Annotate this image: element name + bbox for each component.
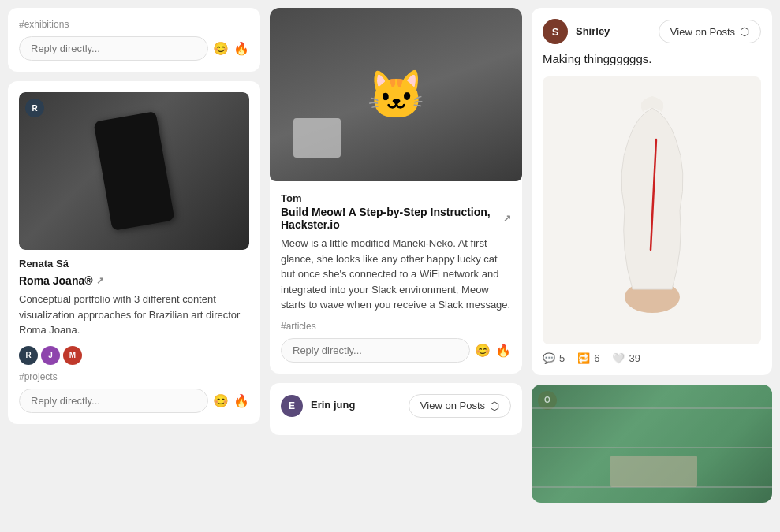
shirley-view-on-posts-label: View on Posts (670, 26, 735, 38)
shirley-avatar: S (543, 19, 568, 44)
shirley-username: Shirley (576, 25, 610, 37)
renata-tag: #projects (19, 371, 249, 382)
renata-post-body: Conceptual portfolio with 3 different co… (19, 292, 249, 338)
renata-reply-input[interactable] (19, 389, 208, 413)
tom-reply-input[interactable] (281, 338, 470, 363)
tom-post-title: Build Meow! A Step-by-Step Instruction, … (281, 206, 511, 231)
erin-username: Erin jung (311, 399, 355, 411)
reposts-stat: 🔁 6 (577, 352, 599, 364)
renata-title-arrow: ↗ (96, 275, 104, 286)
tom-title-arrow: ↗ (503, 213, 511, 224)
renata-username: Renata Sá (19, 258, 69, 270)
shirley-post-body: Making thinggggggs. (543, 50, 761, 69)
exhibitions-tag: #exhibitions (19, 19, 249, 30)
fence-svg (532, 385, 772, 503)
like-icon: 🤍 (612, 352, 625, 364)
exhibitions-reply-input[interactable] (19, 36, 208, 61)
svg-rect-6 (610, 456, 697, 487)
renata-emoji-button[interactable]: 😊 (213, 393, 229, 408)
erin-card-header: E Erin jung View on Posts ⬡ (281, 394, 511, 418)
renata-user-row: Renata Sá (19, 258, 249, 271)
phone-image-placeholder: R (19, 92, 249, 250)
cat-image-placeholder: 🐱 (270, 8, 522, 181)
tom-tag: #articles (281, 321, 511, 332)
renata-avatar-row: R J M (19, 346, 249, 365)
shirley-card-header: S Shirley View on Posts ⬡ (543, 19, 761, 44)
tom-username: Tom (281, 192, 511, 204)
avatar-3: M (63, 346, 82, 365)
renata-reply-bar: 😊 🔥 (19, 389, 249, 413)
comments-stat: 💬 5 (543, 352, 565, 364)
shirley-card: S Shirley View on Posts ⬡ Making thinggg… (532, 8, 772, 375)
comments-count: 5 (559, 352, 565, 364)
repost-icon: 🔁 (577, 352, 590, 364)
erin-view-on-posts-button[interactable]: View on Posts ⬡ (409, 394, 511, 418)
vase-image (543, 76, 761, 344)
erin-view-on-posts-label: View on Posts (420, 400, 485, 411)
vase-svg (581, 92, 723, 329)
tom-emoji-button[interactable]: 😊 (475, 343, 491, 358)
shirley-view-on-posts-button[interactable]: View on Posts ⬡ (659, 20, 761, 43)
exhibitions-card: #exhibitions 😊 🔥 (8, 8, 260, 72)
reposts-count: 6 (594, 352, 599, 364)
likes-count: 39 (629, 352, 640, 364)
renata-avatar-top: R (25, 99, 44, 117)
outdoor-card: O (532, 385, 772, 503)
cat-emoji: 🐱 (367, 67, 426, 123)
renata-card-image: R (19, 92, 249, 250)
comment-icon: 💬 (543, 352, 555, 364)
avatar-1: R (19, 346, 38, 365)
exhibitions-fire-button[interactable]: 🔥 (233, 41, 249, 56)
avatar-2: J (41, 346, 60, 365)
tom-card: 🐱 Tom Build Meow! A Step-by-Step Instruc… (270, 8, 522, 374)
shirley-stats-row: 💬 5 🔁 6 🤍 39 (543, 352, 761, 364)
tom-reply-bar: 😊 🔥 (281, 338, 511, 363)
likes-stat: 🤍 39 (612, 352, 640, 364)
left-column: #exhibitions 😊 🔥 R Renata Sá Roma Joana®… (8, 8, 260, 524)
tom-card-content: Tom Build Meow! A Step-by-Step Instructi… (270, 181, 522, 374)
outdoor-image-placeholder: O (532, 385, 772, 503)
tom-post-body: Meow is a little modified Maneki-Neko. A… (281, 236, 511, 313)
renata-fire-button[interactable]: 🔥 (233, 393, 249, 408)
erin-avatar: E (281, 395, 303, 417)
renata-post-title: Roma Joana® ↗ (19, 274, 249, 287)
center-column: 🐱 Tom Build Meow! A Step-by-Step Instruc… (270, 8, 522, 524)
renata-card: R Renata Sá Roma Joana® ↗ Conceptual por… (8, 81, 260, 424)
tom-fire-button[interactable]: 🔥 (495, 343, 511, 358)
erin-view-icon: ⬡ (490, 400, 499, 412)
erin-card: E Erin jung View on Posts ⬡ (270, 383, 522, 435)
shirley-view-icon: ⬡ (740, 25, 749, 38)
exhibitions-emoji-button[interactable]: 😊 (213, 41, 229, 56)
right-column: S Shirley View on Posts ⬡ Making thinggg… (532, 8, 772, 524)
exhibitions-reply-bar: 😊 🔥 (19, 36, 249, 61)
